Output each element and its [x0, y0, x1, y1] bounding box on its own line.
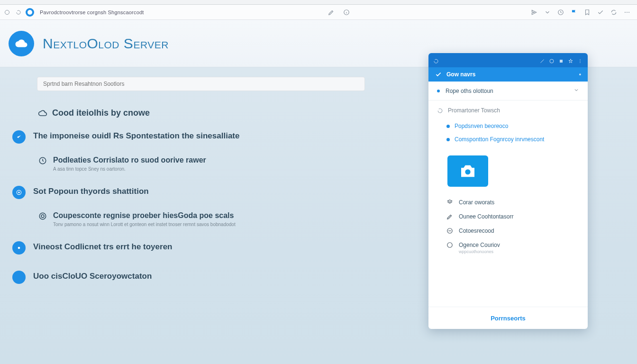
svg-point-10: [39, 213, 46, 219]
arrow-icon[interactable]: [539, 57, 545, 63]
side-panel-subheader: Gow navrs •: [428, 67, 588, 82]
target-icon: [38, 211, 47, 221]
svg-point-1: [27, 10, 32, 15]
sub-item-title: Podleaties Corrislato ro suod oorive raw…: [53, 156, 206, 164]
search-wrap: [37, 77, 365, 91]
bookmark-icon[interactable]: [584, 9, 591, 16]
svg-point-15: [580, 59, 581, 60]
svg-point-6: [628, 12, 629, 13]
panel-section-label: Promartoner Towsch: [428, 100, 588, 117]
bullet-icon: [12, 271, 26, 284]
address-url[interactable]: Pavrodctroovtrorse corgnsh Shgnscaorcodt: [37, 9, 147, 15]
panel-link[interactable]: Popdsnven beoreoco: [445, 119, 582, 133]
refresh-icon: [437, 108, 443, 114]
chevron-down-icon[interactable]: [544, 9, 551, 16]
clock-icon[interactable]: [557, 9, 564, 16]
site-identity-icon[interactable]: [26, 8, 34, 17]
side-panel-titlebar: [428, 53, 588, 67]
svg-point-18: [465, 169, 470, 174]
panel-list-item[interactable]: Cotoesrecood: [445, 224, 583, 238]
panel-list-item[interactable]: Ogence Couriov wppcuothonoones: [445, 238, 583, 258]
camera-icon: [458, 161, 478, 181]
panel-list-item[interactable]: Ounee Coohtontasorr: [445, 209, 583, 224]
check-icon[interactable]: [597, 9, 604, 16]
page-body: Cood iteiolhis by cnowe The imponeise ou…: [0, 67, 637, 364]
list-item[interactable]: Sot Popoun thyords shattition: [12, 186, 360, 199]
bullet-icon: [446, 125, 450, 128]
star-icon[interactable]: [568, 57, 573, 63]
cloud-icon: [38, 109, 47, 118]
check-icon: [435, 71, 442, 78]
item-title: Vineost Codlicnet trs errt he toyeren: [33, 242, 172, 252]
svg-point-4: [625, 12, 626, 13]
circle-icon: [446, 242, 453, 248]
clock-icon: [38, 156, 47, 165]
sub-item-desc: A asa tinn topce Sney ns oartoron.: [53, 166, 206, 172]
section-heading-1-label: Cood iteiolhis by cnowe: [52, 108, 150, 118]
panel-links: Popdsnven beoreoco Comspontton Fognrcoy …: [428, 117, 588, 149]
svg-rect-14: [560, 60, 563, 63]
dot-icon[interactable]: •: [579, 71, 581, 78]
pencil-icon: [446, 213, 453, 220]
panel-expand-row[interactable]: Rope oths olottoun: [428, 82, 588, 100]
sync-icon[interactable]: [610, 9, 617, 16]
svg-point-13: [550, 59, 554, 63]
list-item[interactable]: Uoo cisCloUO Sceroyowctaton: [12, 271, 360, 284]
panel-list: Corar oworats Ounee Coohtontasorr Cotoes…: [428, 193, 588, 260]
svg-point-0: [5, 10, 9, 14]
dot-icon: [437, 90, 440, 92]
bullet-icon: [446, 138, 450, 141]
more-icon[interactable]: [577, 57, 583, 63]
bullet-icon: [12, 241, 26, 255]
square-icon[interactable]: [558, 57, 564, 63]
panel-list-item[interactable]: Corar oworats: [445, 195, 583, 209]
item-title: The imponeise ouidl Rs Spontestation the…: [33, 131, 239, 141]
sub-item-desc: Tonv pamono a nosut winn Lorott et gonte…: [53, 222, 236, 227]
nav-back-button[interactable]: [3, 8, 11, 17]
reload-icon[interactable]: [433, 57, 439, 63]
chevron-down-icon: [573, 87, 579, 94]
svg-point-5: [627, 12, 628, 13]
svg-point-17: [580, 62, 581, 63]
side-panel-sub-title: Gow navrs: [446, 71, 475, 78]
edit-icon[interactable]: [328, 9, 335, 16]
panel-link[interactable]: Comspontton Fognrcoy inrvnescont: [445, 133, 582, 146]
page-title: NextloOlod Server: [43, 36, 169, 52]
svg-point-8: [18, 191, 20, 193]
svg-point-12: [18, 247, 20, 249]
circle-icon[interactable]: [549, 57, 555, 63]
svg-point-16: [580, 61, 581, 62]
panel-list-item-sub: wppcuothonoones: [459, 249, 500, 254]
sub-item-title: Coupesconte regnise proeber hiesGoda poe…: [53, 211, 236, 220]
panel-footer-link[interactable]: Porrnseorts: [491, 315, 526, 322]
panel-expand-label: Rope oths olottoun: [446, 88, 493, 94]
bullet-icon: [12, 130, 26, 144]
item-title: Sot Popoun thyords shattition: [33, 187, 149, 196]
address-bar: Pavrodctroovtrorse corgnsh Shgnscaorcodt: [0, 5, 637, 20]
side-panel: Gow navrs • Rope oths olottoun Promarton…: [428, 53, 588, 329]
svg-point-20: [447, 243, 453, 248]
search-input[interactable]: [43, 81, 359, 87]
item-title: Uoo cisCloUO Sceroyowctaton: [33, 272, 152, 281]
panel-feature-tile[interactable]: [447, 155, 488, 187]
bullet-icon: [12, 186, 26, 199]
flag-icon[interactable]: [571, 9, 577, 16]
sub-item[interactable]: Podleaties Corrislato ro suod oorive raw…: [38, 156, 360, 172]
panel-footer: Porrnseorts: [428, 307, 588, 329]
section-heading-1: Cood iteiolhis by cnowe: [38, 108, 360, 118]
share-icon[interactable]: [531, 9, 537, 16]
info-icon[interactable]: [343, 9, 350, 16]
sub-item[interactable]: Coupesconte regnise proeber hiesGoda poe…: [38, 211, 360, 227]
minus-circle-icon: [446, 228, 453, 234]
list-item[interactable]: Vineost Codlicnet trs errt he toyeren: [12, 241, 360, 255]
list-item[interactable]: The imponeise ouidl Rs Spontestation the…: [12, 130, 360, 144]
window-top-strip: [0, 0, 637, 5]
svg-point-11: [41, 215, 44, 218]
nav-reload-button[interactable]: [14, 8, 23, 17]
app-logo: [9, 31, 34, 56]
user-icon: [446, 199, 453, 206]
more-icon[interactable]: [624, 9, 630, 16]
